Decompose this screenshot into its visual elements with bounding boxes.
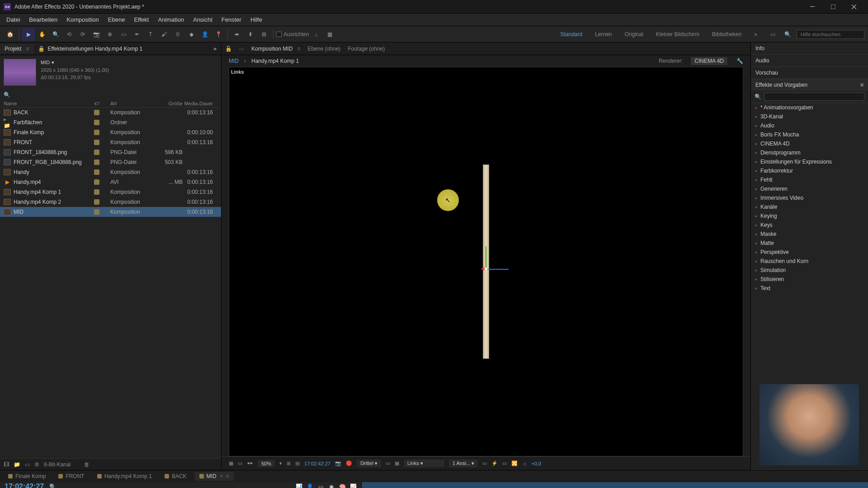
effects-search-input[interactable] [764, 93, 864, 101]
effects-category[interactable]: ▸Maske [751, 230, 868, 239]
project-list[interactable]: BACKKomposition0:00:13:16▸📁FarbflächenOr… [0, 108, 221, 458]
tl-graph-editor-icon[interactable]: 📈 [349, 483, 357, 488]
project-item[interactable]: MIDKomposition0:00:13:16 [0, 207, 221, 217]
menu-fenster[interactable]: Fenster [217, 14, 246, 25]
effects-category[interactable]: ▸* Animationsvorgaben [751, 103, 868, 112]
tl-shy-icon[interactable]: 👤 [306, 483, 313, 488]
menu-bearbeiten[interactable]: Bearbeiten [24, 14, 62, 25]
rotate-tool[interactable]: ⟳ [76, 28, 89, 41]
timeline-ruler[interactable]: 40:14f41:14f42:14f43:14f44:14f45:14f46:1… [362, 482, 868, 488]
timeline-tab[interactable]: FRONT [54, 472, 89, 481]
bpc-label[interactable]: 8-Bit-Kanal [44, 461, 71, 468]
project-item[interactable]: FRONT_1840886.pngPNG-Datei596 KB [0, 147, 221, 157]
effects-category[interactable]: ▸Boris FX Mocha [751, 130, 868, 139]
effects-category[interactable]: ▸Generieren [751, 184, 868, 193]
effects-category[interactable]: ▸3D-Kanal [751, 112, 868, 121]
maximize-button[interactable] [823, 0, 844, 14]
renderer-value[interactable]: CINEMA 4D [691, 57, 727, 65]
timeline-tab[interactable]: BACK [160, 472, 191, 481]
project-search-input[interactable] [13, 91, 217, 98]
workspace-standard[interactable]: Standard [557, 29, 586, 39]
exposure-reset-icon[interactable]: ☼ [522, 461, 527, 466]
project-item[interactable]: FRONTKomposition0:00:13:16 [0, 137, 221, 147]
footage-tab[interactable]: Footage (ohne) [348, 46, 385, 52]
project-settings-icon[interactable]: ⚙ [34, 461, 39, 468]
snapshot-icon[interactable]: 📷 [335, 460, 341, 466]
snap-tool[interactable]: ⟂ [310, 28, 323, 41]
tl-brain-icon[interactable]: 🧠 [339, 483, 346, 488]
breadcrumb-mid[interactable]: MID [229, 58, 239, 64]
roi-icon[interactable]: ▭ [386, 460, 390, 466]
effects-category[interactable]: ▸Text [751, 284, 868, 293]
3d-icon[interactable]: 👓 [247, 460, 253, 466]
menu-ebene[interactable]: Ebene [104, 14, 130, 25]
project-item[interactable]: ▶Handy.mp4AVI... MB0:00:13:16 [0, 177, 221, 187]
home-tool[interactable]: 🏠 [4, 28, 16, 41]
info-panel-head[interactable]: Info [751, 42, 868, 54]
zoom-dropdown-icon[interactable]: ▾ [279, 460, 282, 466]
workspace-more[interactable]: » [750, 29, 761, 39]
workspace-bibliotheken[interactable]: Bibliotheken [708, 29, 745, 39]
menu-hilfe[interactable]: Hilfe [246, 14, 267, 25]
local-axis-tool[interactable]: ⬌ [231, 28, 243, 41]
effects-category[interactable]: ▸Fehlt [751, 175, 868, 184]
zoom-tool[interactable]: 🔍 [49, 28, 62, 41]
guides-icon[interactable]: ▤ [295, 460, 300, 466]
flowchart-icon[interactable]: 🔀 [511, 460, 518, 466]
workspace-panel-icon[interactable]: ▭ [766, 28, 779, 41]
timeline-tab[interactable]: Handy.mp4 Komp 1 [93, 472, 156, 481]
effects-category[interactable]: ▸Stilisieren [751, 275, 868, 284]
shape-tool[interactable]: ▭ [117, 28, 130, 41]
hand-tool[interactable]: ✋ [36, 28, 48, 41]
eraser-tool[interactable]: ◆ [185, 28, 198, 41]
renderer-settings-icon[interactable]: 🔧 [736, 58, 743, 64]
effects-category[interactable]: ▸Immersives Video [751, 193, 868, 202]
timeline-tab[interactable]: MID× ≡ [195, 472, 234, 481]
project-item[interactable]: BACKKomposition0:00:13:16 [0, 108, 221, 117]
interpret-icon[interactable]: 🎞 [4, 461, 9, 468]
close-button[interactable] [844, 0, 864, 14]
timeline-tab[interactable]: Finale Komp [4, 472, 50, 481]
align-checkbox[interactable]: Ausrichten [276, 31, 309, 38]
viewer-timecode[interactable]: 17:02:42:27 [304, 461, 330, 466]
brush-tool[interactable]: 🖌 [158, 28, 170, 41]
pixel-aspect-icon[interactable]: ▭ [482, 460, 487, 466]
audio-panel-head[interactable]: Audio [751, 55, 868, 66]
3d-layer[interactable] [483, 164, 489, 359]
effects-category[interactable]: ▸CINEMA 4D [751, 139, 868, 148]
layer-tab[interactable]: Ebene (ohne) [307, 46, 340, 52]
effects-category[interactable]: ▸Farbkorrektur [751, 166, 868, 175]
roto-tool[interactable]: 👤 [198, 28, 211, 41]
camera-tool[interactable]: 📷 [90, 28, 103, 41]
preview-panel-head[interactable]: Vorschau [751, 67, 868, 79]
effects-category[interactable]: ▸Rauschen und Korn [751, 257, 868, 266]
effects-category[interactable]: ▸Audio [751, 121, 868, 130]
effects-category[interactable]: ▸Einstellungen für Expressions [751, 157, 868, 166]
effects-category[interactable]: ▸Keying [751, 211, 868, 221]
timeline-icon[interactable]: ▭ [502, 460, 507, 466]
grid-icon[interactable]: ⊞ [287, 460, 291, 466]
viewport[interactable]: Links ↖ [229, 67, 743, 456]
effects-presets-head[interactable]: Effekte und Vorgaben≡ [751, 79, 868, 91]
project-item[interactable]: FRONT_RGB_1840886.pngPNG-Datei503 KB [0, 157, 221, 167]
view-axis-tool[interactable]: ⊞ [258, 28, 270, 41]
workspace-original[interactable]: Original [621, 29, 647, 39]
effect-controls-tab[interactable]: 🔒Effekteinstellungen Handy.mp4 Komp 1 [33, 44, 147, 54]
alpha-icon[interactable]: ▦ [229, 460, 233, 466]
lock-icon[interactable]: 🔓 [225, 46, 232, 52]
axis-origin-icon[interactable] [485, 267, 487, 270]
selection-tool[interactable]: ▶ [22, 28, 35, 41]
menu-datei[interactable]: Datei [2, 14, 24, 25]
new-comp-icon[interactable]: ▭ [25, 461, 30, 468]
project-item[interactable]: HandyKomposition0:00:13:16 [0, 167, 221, 177]
trash-icon[interactable]: 🗑 [84, 461, 90, 468]
panel-more[interactable]: » [209, 44, 221, 54]
new-folder-icon[interactable]: 📁 [14, 461, 20, 468]
project-item[interactable]: Finale KompKomposition0:00:10:00 [0, 127, 221, 137]
effects-category[interactable]: ▸Dienstprogramm [751, 148, 868, 157]
tl-graph-icon[interactable]: 📊 [295, 483, 302, 488]
effects-category[interactable]: ▸Kanäle [751, 202, 868, 211]
effects-category[interactable]: ▸Simulation [751, 266, 868, 275]
effects-category[interactable]: ▸Perspektive [751, 248, 868, 257]
world-axis-tool[interactable]: ⬍ [244, 28, 257, 41]
